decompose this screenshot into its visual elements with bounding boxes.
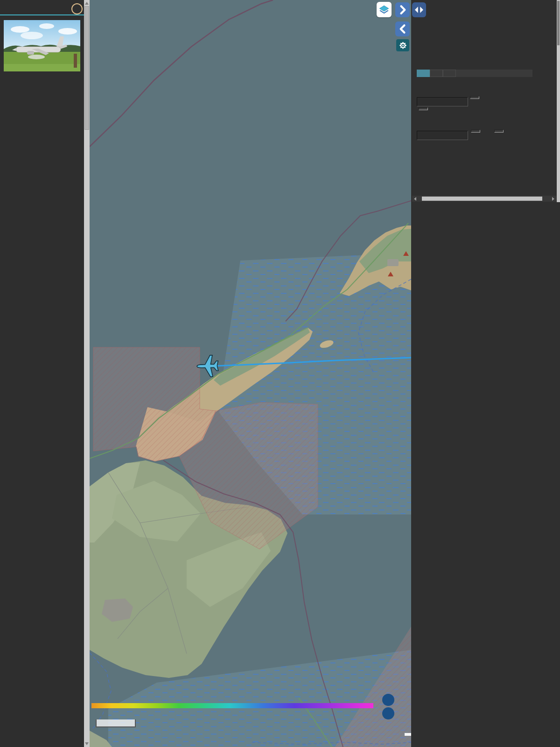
aircraft-detail-sidebar xyxy=(0,0,84,747)
map-scale-indicator xyxy=(96,719,136,727)
tab-search[interactable] xyxy=(417,70,430,77)
settings-button[interactable] xyxy=(396,39,409,51)
h-scrollbar-thumb[interactable] xyxy=(422,197,542,201)
gear-icon xyxy=(399,41,407,50)
map-canvas[interactable] xyxy=(90,0,411,747)
map-attribution xyxy=(405,733,411,736)
scroll-left-icon[interactable] xyxy=(414,197,416,201)
close-icon[interactable] xyxy=(71,3,83,14)
hex-line xyxy=(4,3,80,14)
tab-filters[interactable] xyxy=(430,70,443,77)
chevron-right-icon xyxy=(398,4,408,15)
sidebar-scrollbar[interactable] xyxy=(84,0,90,747)
zoom-in-button[interactable] xyxy=(382,694,394,706)
table-horizontal-scrollbar[interactable] xyxy=(412,196,556,202)
map-container xyxy=(90,0,411,747)
sidebar-scrollbar-thumb[interactable] xyxy=(84,6,89,130)
scroll-up-icon[interactable] xyxy=(85,2,89,5)
aircraft-photo[interactable] xyxy=(4,20,80,71)
tab-columns[interactable] xyxy=(443,70,456,77)
layers-icon xyxy=(378,4,390,16)
search-input[interactable] xyxy=(417,97,468,106)
zoom-out-button[interactable] xyxy=(382,707,394,719)
toggle-panel-button[interactable] xyxy=(412,2,426,17)
scroll-right-icon[interactable] xyxy=(552,197,554,201)
clear-button[interactable] xyxy=(494,130,504,133)
panel-tabs xyxy=(417,70,532,77)
horizontal-resize-icon xyxy=(413,6,425,14)
aircraft-list-panel xyxy=(411,0,560,747)
jump-input[interactable] xyxy=(417,131,468,140)
panel-vertical-scrollbar[interactable] xyxy=(557,0,560,202)
scroll-down-icon[interactable] xyxy=(85,742,89,745)
tar1090-app xyxy=(0,0,560,747)
expand-right-button[interactable] xyxy=(395,2,410,17)
layers-button[interactable] xyxy=(377,2,392,17)
jump-button[interactable] xyxy=(471,130,480,133)
clear-search-button[interactable] xyxy=(419,107,428,110)
chevron-left-icon xyxy=(398,23,408,35)
v-scrollbar-thumb[interactable] xyxy=(557,1,560,45)
sidebar-header xyxy=(0,0,84,15)
search-button[interactable] xyxy=(470,96,479,99)
altitude-color-scale xyxy=(91,703,373,708)
collapse-left-button[interactable] xyxy=(395,21,410,36)
